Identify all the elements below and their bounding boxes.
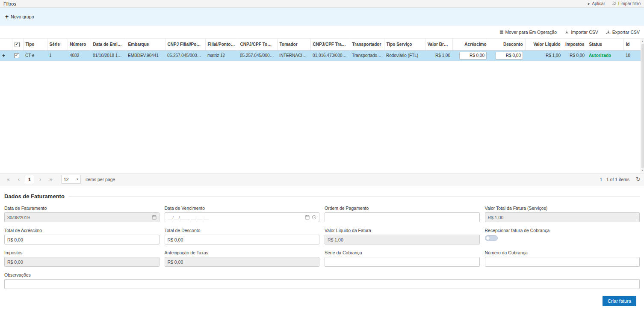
calendar-icon[interactable] bbox=[152, 215, 157, 220]
total-acrescimo-input[interactable] bbox=[7, 237, 157, 242]
serie-cobranca-label: Série da Cobrança bbox=[325, 250, 480, 255]
pager-next-button[interactable]: › bbox=[35, 175, 45, 184]
field-ordem-pagamento: Ordem de Pagamento bbox=[325, 206, 480, 222]
col-header-cnpj-transportador[interactable]: CNPJ/CPF Transp... bbox=[310, 39, 350, 50]
items-per-page-label: items per page bbox=[86, 177, 115, 182]
col-header-cnpj-filial[interactable]: CNPJ Filial/Ponto de ... bbox=[165, 39, 205, 50]
field-serie-cobranca: Série da Cobrança bbox=[325, 250, 480, 267]
observacoes-label: Observações bbox=[4, 272, 640, 277]
billing-section: Dados de Faturamento Data de Faturamento… bbox=[0, 185, 644, 306]
pager-info: 1 - 1 of 1 items bbox=[600, 177, 629, 182]
expand-row-icon[interactable]: + bbox=[2, 53, 5, 59]
export-download-icon bbox=[606, 30, 611, 35]
apply-filter-button[interactable]: ▶ Aplicar bbox=[588, 1, 605, 6]
field-data-faturamento: Data de Faturamento bbox=[4, 206, 160, 222]
cell-embarque: EMBDEV.90441 bbox=[126, 50, 165, 61]
scroll-down-icon[interactable]: ▼ bbox=[641, 169, 644, 173]
valor-liquido-fatura-input[interactable] bbox=[328, 237, 477, 242]
acrescimo-input[interactable] bbox=[459, 52, 487, 60]
data-faturamento-wrap bbox=[4, 212, 160, 222]
row-checkbox[interactable]: ✓ bbox=[14, 53, 19, 58]
last-page-icon: » bbox=[50, 176, 53, 182]
new-group-button[interactable]: + Novo grupo bbox=[5, 14, 34, 20]
form-footer: Criar fatura bbox=[4, 289, 640, 306]
col-header-filial[interactable]: Filial/Ponto de O... bbox=[205, 39, 238, 50]
field-antecipacao-taxas: Antecipação de Taxas bbox=[165, 250, 320, 267]
scroll-up-icon[interactable]: ▲ bbox=[641, 39, 644, 43]
cell-desconto bbox=[489, 50, 525, 61]
col-header-numero[interactable]: Número bbox=[68, 39, 91, 50]
pager-prev-button[interactable]: ‹ bbox=[14, 175, 24, 184]
billing-form-grid: Data de Faturamento Data de Vencimento bbox=[4, 206, 640, 289]
export-csv-button[interactable]: Exportar CSV bbox=[606, 30, 640, 35]
col-header-impostos[interactable]: Impostos bbox=[563, 39, 587, 50]
scrollbar-thumb[interactable] bbox=[641, 44, 644, 168]
grid-row[interactable]: + ✓ CT-e 1 4082 01/10/2018 11:07 EMBDEV.… bbox=[0, 50, 641, 61]
filter-bar: Filtros ▶ Aplicar Limpar filtro bbox=[0, 0, 644, 8]
pager-last-button[interactable]: » bbox=[46, 175, 56, 184]
impostos-input[interactable] bbox=[7, 259, 157, 265]
data-faturamento-input[interactable] bbox=[7, 215, 150, 220]
vertical-scrollbar[interactable]: ▲ ▼ bbox=[641, 39, 644, 173]
numero-cobranca-input[interactable] bbox=[488, 259, 637, 265]
toggle-knob bbox=[486, 236, 490, 240]
valor-total-fatura-input[interactable] bbox=[488, 215, 637, 220]
numero-cobranca-wrap bbox=[485, 257, 640, 267]
filter-actions: ▶ Aplicar Limpar filtro bbox=[588, 1, 641, 6]
grid-header-row: ✓ Tipo Série Número Data de Emiss... Emb… bbox=[0, 39, 641, 50]
prev-page-icon: ‹ bbox=[18, 176, 20, 182]
col-header-cnpj-tomador[interactable]: CNPJ/CPF Tomador bbox=[238, 39, 277, 50]
valor-total-fatura-wrap bbox=[485, 212, 640, 222]
col-header-acrescimo[interactable]: Acréscimo bbox=[452, 39, 489, 50]
ordem-pagamento-label: Ordem de Pagamento bbox=[325, 206, 480, 211]
select-all-checkbox[interactable]: ✓ bbox=[15, 42, 20, 47]
clock-icon[interactable] bbox=[312, 215, 316, 220]
col-header-tipo-servico[interactable]: Tipo Serviço bbox=[384, 39, 425, 50]
total-desconto-input[interactable] bbox=[168, 237, 317, 242]
desconto-input[interactable] bbox=[496, 52, 523, 60]
data-faturamento-label: Data de Faturamento bbox=[4, 206, 160, 211]
create-invoice-button[interactable]: Criar fatura bbox=[603, 296, 636, 306]
data-vencimento-wrap bbox=[165, 212, 320, 222]
recepcionar-fatura-label: Recepcionar fatura de Cobrança bbox=[485, 228, 640, 233]
select-all-header[interactable]: ✓ bbox=[12, 39, 23, 50]
valor-total-fatura-label: Valor Total da Fatura (Serviços) bbox=[485, 206, 640, 211]
data-vencimento-input[interactable] bbox=[168, 215, 303, 220]
pager-current-page[interactable]: 1 bbox=[25, 175, 34, 184]
cell-data-emissao: 01/10/2018 11:07 bbox=[91, 50, 126, 61]
col-header-serie[interactable]: Série bbox=[47, 39, 68, 50]
import-csv-button[interactable]: Importar CSV bbox=[564, 30, 598, 35]
shipments-grid: ✓ Tipo Série Número Data de Emiss... Emb… bbox=[0, 39, 644, 173]
col-header-tomador[interactable]: Tomador bbox=[277, 39, 310, 50]
recepcionar-fatura-toggle[interactable] bbox=[485, 235, 498, 241]
pager-first-button[interactable]: « bbox=[3, 175, 13, 184]
grid-toolbar: ▦ Mover para Em Operação Importar CSV Ex… bbox=[0, 26, 644, 39]
impostos-wrap bbox=[4, 257, 160, 267]
refresh-icon: ↻ bbox=[636, 176, 641, 182]
col-header-data-emissao[interactable]: Data de Emiss... bbox=[91, 39, 126, 50]
col-header-tipo[interactable]: Tipo bbox=[23, 39, 47, 50]
serie-cobranca-input[interactable] bbox=[328, 259, 477, 265]
valor-liquido-fatura-label: Valor Líquido da Fatura bbox=[325, 228, 480, 233]
observacoes-input[interactable] bbox=[7, 282, 637, 287]
cell-expand: + bbox=[0, 50, 12, 61]
col-header-status[interactable]: Status bbox=[587, 39, 623, 50]
col-header-id[interactable]: Id bbox=[623, 39, 641, 50]
col-header-valor-bruto[interactable]: Valor Bruto bbox=[425, 39, 452, 50]
antecipacao-taxas-wrap bbox=[165, 257, 320, 267]
chevron-down-icon: ▾ bbox=[77, 177, 78, 181]
page-size-select[interactable]: 12 ▾ bbox=[61, 175, 81, 184]
move-to-operation-button[interactable]: ▦ Mover para Em Operação bbox=[499, 30, 557, 35]
calendar-icon[interactable] bbox=[305, 215, 310, 220]
data-vencimento-label: Data de Vencimento bbox=[165, 206, 320, 211]
app-root: Filtros ▶ Aplicar Limpar filtro + Novo g… bbox=[0, 0, 644, 306]
first-page-icon: « bbox=[7, 176, 10, 182]
antecipacao-taxas-input[interactable] bbox=[168, 259, 317, 265]
clear-filter-button[interactable]: Limpar filtro bbox=[612, 1, 641, 6]
col-header-transportador[interactable]: Transportador bbox=[350, 39, 384, 50]
refresh-button[interactable]: ↻ bbox=[636, 176, 641, 182]
ordem-pagamento-input[interactable] bbox=[328, 215, 477, 220]
col-header-valor-liquido[interactable]: Valor Líquido bbox=[525, 39, 563, 50]
col-header-desconto[interactable]: Desconto bbox=[489, 39, 525, 50]
col-header-embarque[interactable]: Embarque bbox=[126, 39, 165, 50]
